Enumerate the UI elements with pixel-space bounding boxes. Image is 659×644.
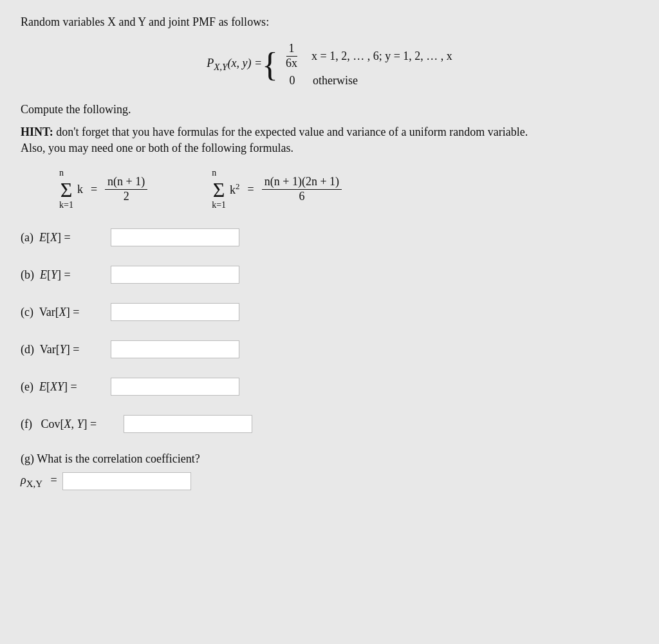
formulas-row: n Σ k=1 k = n(n + 1) 2 n Σ k=1 k2 = n(n … [59,168,638,210]
question-c: (c) Var[X] = [21,303,638,321]
pmf-cases: 1 6x x = 1, 2, … , 6; y = 1, 2, … , x 0 … [283,42,452,87]
case2-val: 0 [283,74,301,87]
rho-label: ρX,Y = [21,474,62,490]
rho-row: ρX,Y = [21,472,638,490]
pmf-block: PX,Y(x, y) = { 1 6x x = 1, 2, … , 6; y =… [21,42,638,87]
formula1-num: n(n + 1) [105,175,147,190]
sigma1-symbol: Σ [60,179,73,200]
ex-input[interactable] [111,228,239,246]
formula2-equals: = [248,183,254,196]
formula1-block: n Σ k=1 k = n(n + 1) 2 [59,168,147,210]
q-d-label: (d) Var[Y] = [21,343,111,356]
rho-input[interactable] [62,472,191,490]
rho-equals: = [51,474,57,486]
varx-input[interactable] [111,303,239,321]
hint-bold: HINT: [21,125,53,138]
question-a: (a) E[X] = [21,228,638,246]
exy-input[interactable] [111,378,239,396]
brace-icon: { [262,48,278,82]
pmf-fraction: 1 6x [283,42,300,70]
question-e: (e) E[XY] = [21,378,638,396]
case-row-2: 0 otherwise [283,74,452,87]
case-row-1: 1 6x x = 1, 2, … , 6; y = 1, 2, … , x [283,42,452,70]
frac-denominator: 6x [283,57,300,71]
q-c-label: (c) Var[X] = [21,306,111,319]
sigma2-container: n Σ k=1 [212,168,226,210]
hint-text1: don't forget that you have formulas for … [56,125,528,138]
formula2-den: 6 [296,190,307,204]
q-a-label: (a) E[X] = [21,231,111,244]
question-f: (f) Cov[X, Y] = [21,415,638,433]
formula1-equals: = [91,183,97,196]
page-content: Random variables X and Y and joint PMF a… [21,15,638,490]
sigma1-container: n Σ k=1 [59,168,73,210]
formula2-frac: n(n + 1)(2n + 1) 6 [262,175,342,203]
sigma1-sub: k=1 [59,200,73,210]
q-b-label: (b) E[Y] = [21,268,111,282]
rho-subscript: X,Y [26,478,42,488]
hint-line1: HINT: don't forget that you have formula… [21,125,638,139]
question-g-section: (g) What is the correlation coefficient?… [21,452,638,490]
formula1-den: 2 [121,190,132,204]
question-b: (b) E[Y] = [21,266,638,284]
formula1-var: k [77,183,83,196]
formula1-frac: n(n + 1) 2 [105,175,147,203]
q-e-label: (e) E[XY] = [21,380,111,394]
q-f-label: (f) Cov[X, Y] = [21,418,124,431]
g-label: (g) What is the correlation coefficient? [21,452,638,466]
case1-condition: x = 1, 2, … , 6; y = 1, 2, … , x [311,50,452,63]
pmf-label: PX,Y(x, y) = [207,57,262,73]
hint-section: HINT: don't forget that you have formula… [21,125,638,155]
pmf-subscript: X,Y [214,62,227,72]
formula2-block: n Σ k=1 k2 = n(n + 1)(2n + 1) 6 [212,168,342,210]
sigma2-symbol: Σ [213,179,225,200]
intro-text: Random variables X and Y and joint PMF a… [21,15,638,29]
formula2-var: k2 [230,181,240,197]
vary-input[interactable] [111,340,239,358]
cov-input[interactable] [124,415,252,433]
question-d: (d) Var[Y] = [21,340,638,358]
case2-condition: otherwise [313,74,358,87]
frac-numerator: 1 [286,42,297,57]
compute-text: Compute the following. [21,103,638,116]
hint-line2: Also, you may need one or both of the fo… [21,142,638,155]
sigma2-sub: k=1 [212,200,226,210]
sigma2-sup: n [212,168,216,178]
ey-input[interactable] [111,266,239,284]
questions-section: (a) E[X] = (b) E[Y] = (c) Var[X] = (d) V… [21,228,638,433]
sigma1-sup: n [59,168,64,178]
formula2-num: n(n + 1)(2n + 1) [262,175,342,190]
